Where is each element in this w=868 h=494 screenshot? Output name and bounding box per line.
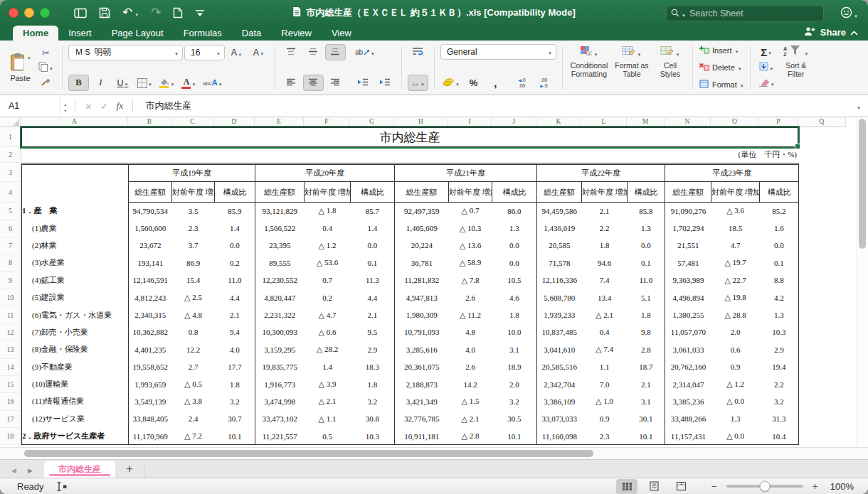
selected-title-cell[interactable]: 市内総生産 xyxy=(21,127,798,147)
data-cell[interactable]: 0.8 xyxy=(172,323,215,340)
data-cell[interactable]: 14.2 xyxy=(449,375,492,392)
data-cell[interactable]: △ 1.8 xyxy=(305,203,351,220)
column-header-C[interactable]: C xyxy=(171,117,214,127)
data-cell[interactable]: 2.3 xyxy=(172,220,215,237)
italic-button[interactable]: I xyxy=(90,75,111,91)
unit-note-cell[interactable]: (単位 千円・%) xyxy=(21,149,797,160)
horizontal-scrollbar[interactable] xyxy=(0,447,868,459)
format-cells-button[interactable]: Format xyxy=(699,78,744,91)
data-cell[interactable]: 1,380,255 xyxy=(665,306,711,323)
data-cell[interactable]: 71,578 xyxy=(537,254,582,272)
row-number-17[interactable]: 17 xyxy=(0,411,21,428)
year-group-header[interactable]: 平成23年度 xyxy=(665,164,799,182)
data-cell[interactable]: 1.8 xyxy=(628,306,665,323)
data-cell[interactable]: 193,141 xyxy=(129,254,172,272)
add-sheet-button[interactable]: + xyxy=(115,460,144,478)
data-cell[interactable]: △ 7.2 xyxy=(172,428,215,445)
data-cell[interactable]: 0.0 xyxy=(351,237,395,254)
align-left-button[interactable] xyxy=(281,75,302,91)
insert-cells-button[interactable]: Insert xyxy=(699,44,744,57)
cut-button[interactable]: ✂ xyxy=(36,45,56,60)
autosum-button[interactable]: Σ xyxy=(756,44,777,60)
row-number-15[interactable]: 15 xyxy=(0,376,21,393)
data-cell[interactable]: △ 4.7 xyxy=(305,306,351,323)
fill-handle[interactable] xyxy=(795,144,800,149)
data-cell[interactable]: 0.2 xyxy=(305,289,351,306)
data-cell[interactable]: 20,585 xyxy=(537,237,582,254)
data-cell[interactable]: 19,558,652 xyxy=(129,358,172,375)
data-cell[interactable]: 85.2 xyxy=(760,203,799,220)
column-header-P[interactable]: P xyxy=(759,117,798,127)
new-document-icon[interactable] xyxy=(173,7,183,18)
format-painter-button[interactable] xyxy=(36,75,56,90)
data-cell[interactable]: △ 2.8 xyxy=(449,428,492,445)
zoom-slider[interactable] xyxy=(726,485,803,488)
fill-button[interactable] xyxy=(756,60,777,75)
currency-dropdown-icon[interactable] xyxy=(455,78,460,88)
data-cell[interactable]: △ 0.0 xyxy=(711,428,760,445)
data-cell[interactable]: 10.0 xyxy=(492,323,537,340)
column-header-Q[interactable]: Q xyxy=(798,117,846,127)
data-cell[interactable]: 1.4 xyxy=(351,220,395,237)
format-as-table-button[interactable]: Format as Table xyxy=(611,45,652,78)
data-cell[interactable]: △ 11.2 xyxy=(449,306,492,323)
column-header-G[interactable]: G xyxy=(350,117,394,127)
data-cell[interactable]: 1,702,294 xyxy=(665,220,711,237)
insert-dropdown-icon[interactable] xyxy=(734,46,739,55)
vertical-scrollbar[interactable] xyxy=(857,117,868,447)
data-cell[interactable]: 2,342,704 xyxy=(537,375,582,392)
industry-column-header[interactable] xyxy=(22,164,129,203)
data-cell[interactable]: 85.7 xyxy=(351,203,395,220)
data-cell[interactable]: △ 7.4 xyxy=(582,341,628,358)
data-cell[interactable]: 0.4 xyxy=(305,220,351,237)
vertical-scrollbar-thumb[interactable] xyxy=(859,119,866,249)
row-label-cell[interactable]: (11)情報通信業 xyxy=(22,393,129,410)
font-color-dropdown-icon[interactable] xyxy=(191,78,196,88)
currency-button[interactable] xyxy=(440,75,462,91)
data-cell[interactable]: 3.2 xyxy=(760,393,799,410)
data-cell[interactable]: 3,386,109 xyxy=(537,393,582,410)
tab-formulas[interactable]: Formulas xyxy=(174,26,232,41)
data-cell[interactable]: △ 1.1 xyxy=(305,410,351,427)
data-cell[interactable]: 3.1 xyxy=(628,393,665,410)
paste-button[interactable]: Paste xyxy=(9,53,31,82)
cells-area[interactable]: 市内総生産 (単位 千円・%) 平成19年度平成20年度平成21年度平成22年度… xyxy=(21,127,848,447)
data-cell[interactable]: 20,585,516 xyxy=(537,358,582,375)
column-subheader[interactable]: 構成比 xyxy=(215,182,255,203)
data-cell[interactable]: 1.8 xyxy=(582,237,628,254)
row-label-cell[interactable]: (8)金融・保険業 xyxy=(22,341,129,358)
data-cell[interactable]: 10.1 xyxy=(628,428,665,445)
underline-button[interactable]: U xyxy=(112,75,133,91)
data-cell[interactable]: 33,488,266 xyxy=(665,410,711,427)
data-cell[interactable]: 11,157,431 xyxy=(665,428,711,445)
data-cell[interactable]: △ 4.8 xyxy=(172,306,215,323)
data-cell[interactable]: 30.1 xyxy=(628,410,665,427)
data-cell[interactable]: 3.2 xyxy=(215,393,255,410)
data-cell[interactable]: 4,496,894 xyxy=(665,289,711,306)
formula-bar-expand-icon[interactable] xyxy=(857,100,868,112)
data-cell[interactable]: 1.8 xyxy=(215,375,255,392)
row-number-5[interactable]: 5 xyxy=(0,203,21,220)
data-cell[interactable]: △ 13.6 xyxy=(449,237,492,254)
insert-function-icon[interactable]: fx xyxy=(112,100,127,112)
data-cell[interactable]: △ 1.2 xyxy=(305,237,351,254)
data-cell[interactable]: △ 10.3 xyxy=(449,220,492,237)
data-cell[interactable]: 10.5 xyxy=(492,272,537,289)
decrease-decimal-button[interactable]: .00▶.0 xyxy=(534,75,554,91)
zoom-level[interactable]: 100% xyxy=(830,481,854,492)
column-subheader[interactable]: 構成比 xyxy=(351,182,395,203)
data-cell[interactable]: 3.7 xyxy=(172,237,215,254)
data-cell[interactable]: 30.5 xyxy=(492,410,537,427)
data-cell[interactable]: △ 3.6 xyxy=(711,203,760,220)
data-cell[interactable]: 1,405,609 xyxy=(395,220,449,237)
wrap-text-button[interactable] xyxy=(408,44,428,60)
column-header-F[interactable]: F xyxy=(304,117,350,127)
column-subheader[interactable]: 総生産額 xyxy=(255,182,305,203)
row-number-18[interactable]: 18 xyxy=(0,428,21,445)
data-cell[interactable]: △ 53.6 xyxy=(305,254,351,272)
increase-decimal-button[interactable]: ◀.0.00 xyxy=(512,75,532,91)
row-label-cell[interactable]: (2)林業 xyxy=(22,237,129,254)
data-cell[interactable]: △ 3.9 xyxy=(305,375,351,392)
column-subheader[interactable]: 対前年度 増加率 xyxy=(305,182,351,203)
column-header-L[interactable]: L xyxy=(581,117,627,127)
